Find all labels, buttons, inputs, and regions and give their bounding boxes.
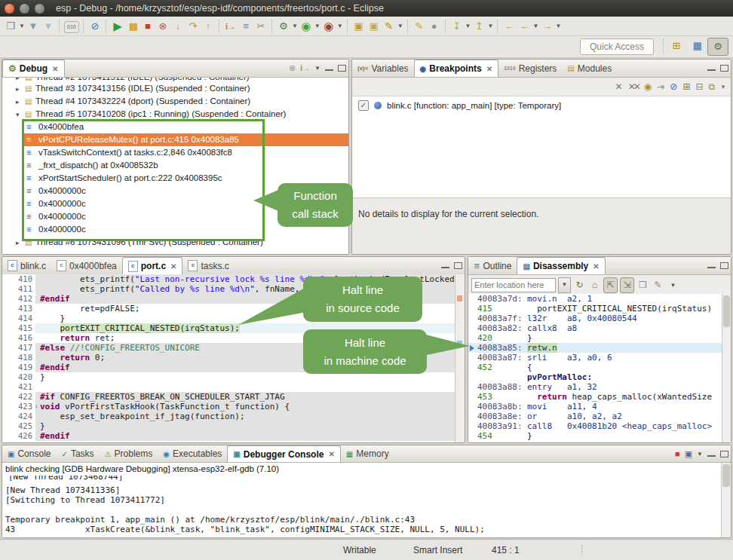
console-output[interactable]: [New Thread 1073468744] [New Thread 1073… (2, 476, 722, 537)
tab-variables[interactable]: (x)= Variables (352, 60, 414, 77)
expander-icon[interactable]: ▾ (16, 109, 25, 121)
forward-dropdown-icon[interactable]: ▼ (555, 23, 561, 29)
new-wizard-dropdown-icon[interactable]: ▼ (19, 23, 25, 29)
annotation-icon[interactable]: ● (428, 19, 441, 34)
resume-icon[interactable]: ▶ (111, 19, 124, 34)
skip-all-breakpoints-icon[interactable]: ⊘ (670, 81, 677, 92)
open-new-view-icon[interactable]: ❒ (636, 278, 649, 292)
refresh-view-icon[interactable]: ↻ (573, 278, 586, 292)
search-icon[interactable]: ✎ (382, 19, 396, 34)
tab-tasks[interactable]: ✓Tasks (56, 445, 99, 462)
disassembly-listing[interactable]: 40083a7d:movi.n a2, 1 415 portEXIT_CRITI… (468, 294, 722, 442)
expander-icon[interactable]: ▸ (16, 96, 25, 109)
terminate-icon[interactable]: ■ (141, 19, 155, 34)
go-to-file-icon[interactable]: ⇥ (657, 81, 664, 92)
window-maximize-button[interactable] (34, 3, 45, 14)
thread-row[interactable]: ▸▤Thread #6 1073431096 (Tmr Svc) (Suspen… (2, 236, 348, 249)
tab-debugger-console-close-icon[interactable]: ✕ (328, 450, 334, 458)
maximize-icon[interactable] (720, 451, 728, 457)
location-dropdown-icon[interactable]: ▼ (558, 277, 571, 293)
show-breakpoints-for-icon[interactable]: ◉ (644, 81, 652, 92)
back-history-icon[interactable]: ← (517, 19, 531, 34)
tab-debug-close-icon[interactable]: ✕ (52, 65, 58, 73)
track-expression-icon[interactable]: ⇲ (620, 277, 634, 293)
debug-perspective-icon[interactable]: ⚙ (707, 38, 728, 56)
tab-0x4000bfea[interactable]: c0x4000bfea (51, 257, 122, 274)
expander-icon[interactable]: ▸ (16, 83, 25, 96)
open-perspective-icon[interactable]: ⊞ (667, 38, 686, 54)
maximize-icon[interactable] (720, 262, 728, 269)
skip-all-breakpoints-icon[interactable]: ⊘ (88, 19, 102, 34)
minimize-icon[interactable] (441, 266, 449, 268)
terminate-icon[interactable]: ■ (675, 449, 680, 458)
remove-all-breakpoints-icon[interactable]: ✕✕ (628, 81, 639, 92)
location-input[interactable] (471, 278, 556, 292)
view-menu-icon[interactable]: ▼ (667, 278, 679, 292)
minimize-icon[interactable] (707, 266, 716, 268)
minimize-icon[interactable] (707, 69, 716, 71)
tab-disassembly[interactable]: ▤Disassembly✕ (517, 257, 605, 274)
back-icon[interactable]: ← (502, 19, 516, 34)
tab-port-c[interactable]: cport.c✕ (122, 257, 183, 274)
new-wizard-icon[interactable]: ❒ (4, 19, 17, 34)
thread-row[interactable]: ▾▤Thread #5 1073410208 (ipc1 : Running) … (2, 108, 348, 121)
stack-frame-row[interactable]: ≡vTaskSwitchContext() at tasks.c:2,846 0… (23, 146, 348, 159)
window-close-button[interactable] (4, 3, 15, 14)
status-drag-handle[interactable]: ┊ (579, 545, 584, 555)
tab-executables[interactable]: ◉Executables (158, 445, 227, 462)
maximize-icon[interactable] (338, 65, 346, 72)
console-scrollbar[interactable] (721, 463, 731, 537)
disassembly-scrollbar[interactable] (722, 294, 731, 442)
forward-icon[interactable]: → (540, 19, 554, 34)
expand-all-icon[interactable]: ⊞ (682, 81, 690, 92)
tab-modules[interactable]: ▤ Modules (562, 60, 617, 77)
minimize-icon[interactable] (325, 69, 333, 71)
show-console-icon[interactable]: ≡ (239, 19, 253, 34)
mark-occurrences-icon[interactable]: ✎ (413, 19, 426, 34)
run-icon[interactable]: ◉ (299, 19, 313, 34)
open-type-icon[interactable]: ▣ (352, 19, 366, 34)
instruction-stepping-icon[interactable]: i→ (224, 19, 238, 34)
open-resource-icon[interactable]: ▣ (367, 19, 381, 34)
tab-port-close-icon[interactable]: ✕ (170, 262, 176, 271)
disconnect-icon[interactable]: ⊗ (156, 19, 170, 34)
stack-frame-row[interactable]: ≡_frxt_dispatch() at 0x4008532b (23, 159, 348, 172)
view-menu-icon[interactable]: ▼ (720, 84, 726, 90)
tab-problems[interactable]: ⚠Problems (100, 445, 158, 462)
tab-breakpoints-close-icon[interactable]: ✕ (486, 65, 492, 73)
tab-registers[interactable]: 1010 Registers (498, 60, 562, 77)
stack-frame-row[interactable]: ≡0x4000bfea (23, 121, 348, 133)
window-minimize-button[interactable] (19, 3, 30, 14)
tab-console[interactable]: ▣Console (2, 445, 56, 462)
view-menu-icon[interactable]: ▼ (314, 65, 320, 72)
view-instruction-stepping-icon[interactable]: i→ (300, 64, 310, 72)
last-edit-location-icon[interactable]: ↧ (450, 19, 464, 34)
collapse-all-icon[interactable]: ⊟ (695, 81, 703, 92)
overview-ruler[interactable] (455, 274, 465, 442)
step-over-icon[interactable]: ↷ (186, 19, 200, 34)
save-all-icon[interactable]: ▼ (41, 19, 55, 34)
tab-memory[interactable]: ▦Memory (341, 445, 394, 462)
step-return-icon[interactable]: ↑ (201, 19, 215, 34)
breakpoint-row[interactable]: ✓ blink.c [function: app_main] [type: Te… (352, 96, 731, 112)
run-dropdown-icon[interactable]: ▼ (314, 23, 320, 29)
profile-dropdown-icon[interactable]: ▼ (337, 23, 343, 29)
tab-disassembly-close-icon[interactable]: ✕ (593, 262, 599, 271)
remove-all-terminated-icon[interactable]: ⊗ (289, 63, 296, 73)
remove-breakpoint-icon[interactable]: ✕ (615, 81, 623, 92)
use-step-filters-icon[interactable]: ✂ (254, 19, 268, 34)
tab-debug[interactable]: ⚙ Debug ✕ (2, 60, 65, 77)
binary-icon[interactable]: 010 (64, 21, 79, 33)
link-with-debug-icon[interactable]: ⧉ (709, 81, 716, 92)
debug-dropdown-icon[interactable]: ▼ (292, 23, 298, 29)
cpp-perspective-icon[interactable]: ▦ (688, 38, 707, 54)
tab-debugger-console[interactable]: ▣Debugger Console✕ (227, 445, 341, 462)
console-dropdown-icon[interactable]: ▼ (697, 451, 703, 457)
back-dropdown-icon[interactable]: ▼ (532, 23, 538, 29)
pin-view-icon[interactable]: ✎ (652, 278, 664, 292)
thread-row[interactable]: ▸▤Thread #4 1073432224 (dport) (Suspende… (2, 95, 348, 108)
debug-icon[interactable]: ⚙ (277, 19, 290, 34)
tab-blink-c[interactable]: cblink.c (2, 257, 51, 274)
save-icon[interactable]: ▼ (26, 19, 40, 34)
previous-annotation-icon[interactable]: ↥ (473, 19, 486, 34)
